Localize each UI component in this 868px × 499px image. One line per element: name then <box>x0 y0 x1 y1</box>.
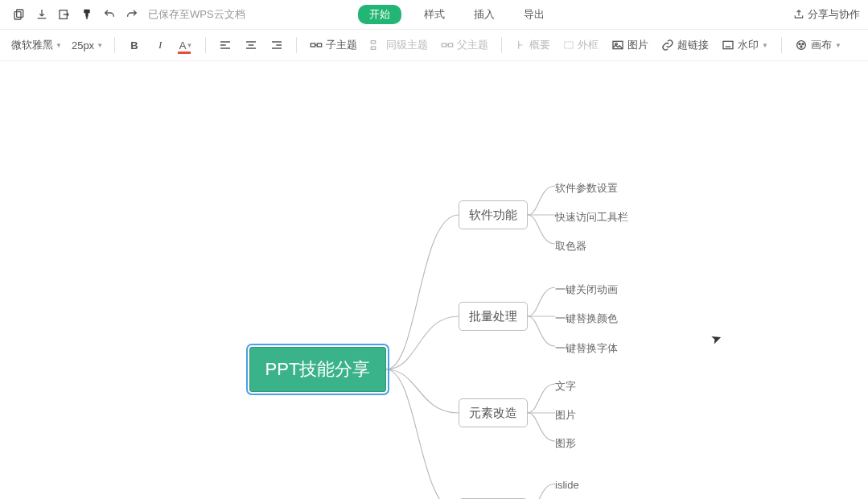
canvas-button[interactable]: 画布▼ <box>790 38 846 52</box>
undo-icon[interactable] <box>98 3 121 26</box>
mindmap-branch-node[interactable]: 元素改造 <box>459 398 528 427</box>
mindmap-leaf-node[interactable]: 图片 <box>555 406 576 425</box>
image-button[interactable]: 图片 <box>607 38 653 52</box>
svg-point-13 <box>797 41 806 50</box>
redo-icon[interactable] <box>121 3 143 26</box>
share-button[interactable]: 分享与协作 <box>793 7 860 22</box>
svg-point-14 <box>799 43 800 45</box>
svg-rect-9 <box>565 42 574 48</box>
mindmap-leaf-node[interactable]: 取色器 <box>555 237 586 256</box>
parent-button: 父主题 <box>436 38 493 52</box>
download-icon[interactable] <box>31 3 53 26</box>
svg-rect-7 <box>448 43 452 47</box>
border-label: 外框 <box>578 38 599 52</box>
svg-rect-12 <box>723 41 733 48</box>
svg-rect-4 <box>317 43 321 47</box>
tab-export[interactable]: 导出 <box>517 5 551 24</box>
svg-rect-1 <box>14 12 21 19</box>
sibling-label: 同级主题 <box>386 38 428 52</box>
tab-insert[interactable]: 插入 <box>467 5 501 24</box>
mindmap-branch-node[interactable]: 软件功能 <box>459 200 528 229</box>
svg-point-16 <box>800 46 802 47</box>
subtopic-label: 子主题 <box>326 38 357 52</box>
mindmap-canvas[interactable]: PPT技能分享 软件功能 软件参数设置 快速访问工具栏 取色器 批量处理 一键关… <box>0 61 868 499</box>
link-button[interactable]: 超链接 <box>656 38 714 52</box>
canvas-label: 画布 <box>811 38 832 52</box>
titlebar: 已保存至WPS云文档 开始 样式 插入 导出 分享与协作 <box>0 0 868 30</box>
align-left-icon[interactable] <box>214 34 237 56</box>
cursor-icon: ➤ <box>709 329 724 347</box>
format-painter-icon[interactable] <box>76 3 98 26</box>
subtopic-button[interactable]: 子主题 <box>305 38 362 52</box>
font-family-value: 微软雅黑 <box>11 38 53 52</box>
image-label: 图片 <box>627 38 648 52</box>
save-status: 已保存至WPS云文档 <box>148 7 245 22</box>
mindmap-branch-node[interactable]: 批量处理 <box>459 302 528 331</box>
connectors <box>0 61 868 499</box>
mindmap-leaf-node[interactable]: 软件参数设置 <box>555 179 618 198</box>
font-size-select[interactable]: 25px▼ <box>68 39 106 52</box>
font-color-button[interactable]: A ▼ <box>175 34 197 56</box>
bold-button[interactable]: B <box>123 34 146 56</box>
mindmap-leaf-node[interactable]: 一键关闭动画 <box>555 280 618 299</box>
svg-rect-0 <box>17 10 23 17</box>
import-icon[interactable] <box>53 3 76 26</box>
font-size-value: 25px <box>72 39 94 52</box>
mindmap-leaf-node[interactable]: 图形 <box>555 434 576 453</box>
mindmap-leaf-node[interactable]: 一键替换颜色 <box>555 309 618 328</box>
link-label: 超链接 <box>677 38 709 52</box>
mindmap-leaf-node[interactable]: 文字 <box>555 377 576 396</box>
mindmap-root-node[interactable]: PPT技能分享 <box>249 347 386 392</box>
summary-label: 概要 <box>529 38 550 52</box>
copy-icon[interactable] <box>8 3 31 26</box>
italic-button[interactable]: I <box>149 34 171 56</box>
align-center-icon[interactable] <box>240 34 262 56</box>
format-toolbar: 微软雅黑▼ 25px▼ B I A ▼ 子主题 同级主题 父主题 概要 外框 图… <box>0 30 868 61</box>
border-button: 外框 <box>558 38 603 52</box>
summary-button: 概要 <box>510 38 555 52</box>
parent-label: 父主题 <box>457 38 488 52</box>
mindmap-leaf-node[interactable]: islide <box>555 476 579 493</box>
tab-style[interactable]: 样式 <box>418 5 451 24</box>
svg-rect-5 <box>371 41 375 43</box>
font-family-select[interactable]: 微软雅黑▼ <box>8 38 65 52</box>
watermark-button[interactable]: 水印▼ <box>717 38 773 52</box>
sibling-button: 同级主题 <box>365 38 433 52</box>
mindmap-leaf-node[interactable]: 快速访问工具栏 <box>555 208 628 227</box>
svg-rect-3 <box>311 43 315 47</box>
tab-start[interactable]: 开始 <box>358 5 401 24</box>
mindmap-leaf-node[interactable]: 一键替换字体 <box>555 339 618 358</box>
main-tabs: 开始 样式 插入 导出 <box>358 5 551 24</box>
watermark-label: 水印 <box>738 38 759 52</box>
svg-rect-6 <box>371 47 375 49</box>
svg-rect-8 <box>442 43 446 47</box>
svg-point-15 <box>802 43 804 45</box>
align-right-icon[interactable] <box>265 34 288 56</box>
share-label: 分享与协作 <box>808 7 860 22</box>
